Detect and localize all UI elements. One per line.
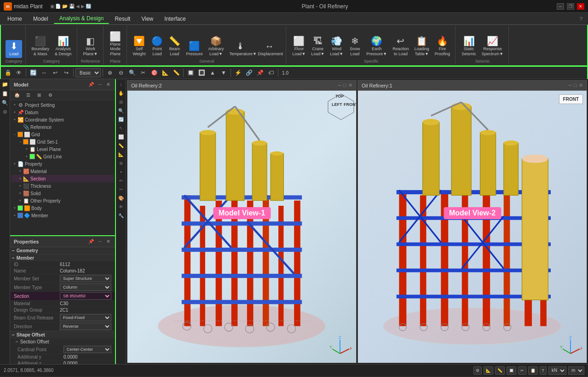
tb2-mirror-btn[interactable]: ↔ xyxy=(39,68,49,78)
temperature-button[interactable]: 🌡 Temperature▼ xyxy=(227,40,254,58)
tree-item-grid-line[interactable]: + 📏 Grid Line xyxy=(11,153,114,160)
status-btn-1[interactable]: ⚙ xyxy=(473,366,482,375)
tb2-measure-btn[interactable]: 📏 xyxy=(171,68,181,78)
arbitrary-load-button[interactable]: 📦 ArbitraryLoad▼ xyxy=(206,35,226,58)
tb2-view-btn[interactable]: 👁 xyxy=(14,68,24,78)
icon-tb-measure[interactable]: 📏 xyxy=(117,141,125,150)
expand-solid[interactable]: + xyxy=(17,191,23,196)
expand-reference[interactable] xyxy=(17,124,23,130)
status-btn-5[interactable]: ✂ xyxy=(518,366,526,375)
body-checkbox[interactable] xyxy=(17,205,23,211)
loading-table-button[interactable]: 📋 LoadingTable▼ xyxy=(412,35,432,58)
sidebar-tab-model[interactable]: 📁 xyxy=(1,80,9,88)
prop-select-member-type[interactable]: Column xyxy=(60,284,111,291)
point-load-button[interactable]: 🔵 PointLoad xyxy=(149,35,165,58)
tb2-render-btn[interactable]: 🔲 xyxy=(185,68,196,78)
restore-button[interactable]: ❐ xyxy=(567,3,574,10)
tree-tb-home[interactable]: 🏠 xyxy=(12,90,22,100)
icon-tb-rotate[interactable]: 🔄 xyxy=(117,115,125,123)
status-btn-3[interactable]: 📏 xyxy=(495,366,505,375)
beam-load-button[interactable]: 📏 BeamLoad xyxy=(166,35,183,58)
prop-select-beam-end-release[interactable]: Fixed-Fixed xyxy=(60,314,111,321)
expand-section[interactable]: + xyxy=(17,176,23,181)
icon-tb-select[interactable]: ↖ xyxy=(117,124,125,132)
tree-item-thickness[interactable]: + ⬛ Thickness xyxy=(11,182,114,190)
boundary-mass-button[interactable]: ⬛ Boundary& Mass xyxy=(29,35,52,58)
expand-material[interactable]: + xyxy=(17,168,23,174)
work-plane-button[interactable]: ◧ WorkPlane▼ xyxy=(81,35,100,58)
tree-item-grid-set-1[interactable]: − ⬜ Grid Set-1 xyxy=(11,138,114,145)
tree-item-datum[interactable]: + 📌 Datum xyxy=(11,109,114,116)
tb2-cursor-btn[interactable]: ✂ xyxy=(138,68,148,78)
reaction-to-load-button[interactable]: ↩ Reactionto Load xyxy=(390,35,411,58)
prop-select-member-set[interactable]: Super Structure xyxy=(60,275,111,282)
self-weight-button[interactable]: 🔽 SelfWeight xyxy=(131,35,148,58)
plane-mode-button[interactable]: ⬜ PlaneModePlane xyxy=(107,30,124,58)
tb2-lock-btn[interactable]: 🔒 xyxy=(3,68,13,78)
expand-datum[interactable]: + xyxy=(12,110,17,115)
shape-offset-header[interactable]: − Shape Offset xyxy=(10,331,115,338)
tb2-basic-dropdown[interactable]: Basic xyxy=(75,68,101,77)
menu-home[interactable]: Home xyxy=(2,14,28,23)
tb2-shade2-btn[interactable]: ▼ xyxy=(219,68,229,78)
expand-body[interactable]: + xyxy=(12,205,17,211)
sidebar-tab-properties[interactable]: 📋 xyxy=(1,89,9,98)
crane-load-button[interactable]: 🏗 CraneLoad▼ xyxy=(309,35,327,58)
tree-item-coord-system[interactable]: + 🔀 Coordinate System xyxy=(11,116,114,123)
menu-analysis-design[interactable]: Analysis & Design xyxy=(54,14,110,24)
pressure-button[interactable]: 🟦 Pressure xyxy=(184,40,205,58)
expand-grid-line[interactable]: + xyxy=(24,154,29,159)
tree-item-reference[interactable]: 📎 Reference xyxy=(11,123,114,131)
displacement-button[interactable]: ↔ Displacement xyxy=(255,40,283,58)
status-btn-4[interactable]: 🔲 xyxy=(507,366,516,375)
section-offset-header[interactable]: − Section Offset xyxy=(14,338,115,345)
model-panel-pin[interactable]: 📌 xyxy=(87,81,95,87)
icon-tb-point[interactable]: ✏ xyxy=(117,176,125,185)
tb2-select-btn[interactable]: ⊕ xyxy=(105,68,115,78)
tb2-redo-btn[interactable]: ↪ xyxy=(61,68,71,78)
expand-grid[interactable]: − xyxy=(12,132,17,137)
analysis-design-button[interactable]: 📊 Analysis& Design xyxy=(52,35,74,58)
view-2-close[interactable]: ✕ xyxy=(579,82,583,88)
status-unit-length[interactable]: m xyxy=(568,366,584,375)
tree-tb-list[interactable]: ☰ xyxy=(23,90,33,100)
icon-tb-grid-snap[interactable]: ⊕ xyxy=(117,159,125,167)
grid-set-1-checkbox[interactable] xyxy=(23,139,29,145)
grid-line-checkbox[interactable] xyxy=(29,154,35,159)
tree-tb-settings[interactable]: ⚙ xyxy=(45,90,55,100)
icon-tb-box-select[interactable]: ⬜ xyxy=(117,133,125,141)
tb2-more1-btn[interactable]: ⚡ xyxy=(233,68,243,78)
earth-pressure-button[interactable]: 🌍 EarthPressure▼ xyxy=(364,35,389,58)
tree-tb-grid[interactable]: ⊞ xyxy=(34,90,44,100)
tree-item-section[interactable]: + 📐 Section xyxy=(11,175,114,182)
view-2-content[interactable]: FRONT xyxy=(358,91,587,363)
status-btn-6[interactable]: 📋 xyxy=(528,366,538,375)
expand-coord-system[interactable]: + xyxy=(12,117,17,122)
props-panel-close[interactable]: ✕ xyxy=(105,238,111,244)
menu-interface[interactable]: Interface xyxy=(159,14,191,23)
status-btn-2[interactable]: 📐 xyxy=(484,366,493,375)
tb2-pin-btn[interactable]: 📌 xyxy=(255,68,265,78)
snow-load-button[interactable]: ❄ SnowLoad xyxy=(346,35,363,58)
sidebar-tab-settings[interactable]: ⚙ xyxy=(1,108,9,116)
prop-select-section[interactable]: SB 850x850 xyxy=(60,292,111,300)
view-1-maximize[interactable]: □ xyxy=(343,82,346,88)
icon-tb-zoom-fit[interactable]: ⊞ xyxy=(117,98,125,106)
expand-other-property[interactable]: + xyxy=(17,198,23,203)
props-panel-pin[interactable]: 📌 xyxy=(87,238,95,244)
props-panel-minimize[interactable]: ─ xyxy=(97,238,103,244)
view-2-maximize[interactable]: □ xyxy=(574,82,577,88)
icon-tb-pan[interactable]: ✋ xyxy=(117,89,125,97)
close-button[interactable]: ✕ xyxy=(577,3,584,10)
expand-thickness[interactable]: + xyxy=(17,183,23,189)
menu-result[interactable]: Result xyxy=(109,14,136,23)
member-checkbox[interactable] xyxy=(17,213,23,218)
tb2-wireframe-btn[interactable]: 🔳 xyxy=(196,68,207,78)
grid-checkbox[interactable] xyxy=(17,132,23,137)
tree-item-other-property[interactable]: + 📋 Other Property xyxy=(11,197,114,204)
menu-view[interactable]: View xyxy=(136,14,159,23)
member-section-header[interactable]: − Member xyxy=(10,255,115,261)
floor-load-button[interactable]: ⬜ FloorLoad▼ xyxy=(290,35,308,58)
icon-tb-snap[interactable]: 📐 xyxy=(117,150,125,158)
icon-tb-wrench[interactable]: 🔧 xyxy=(117,211,125,220)
